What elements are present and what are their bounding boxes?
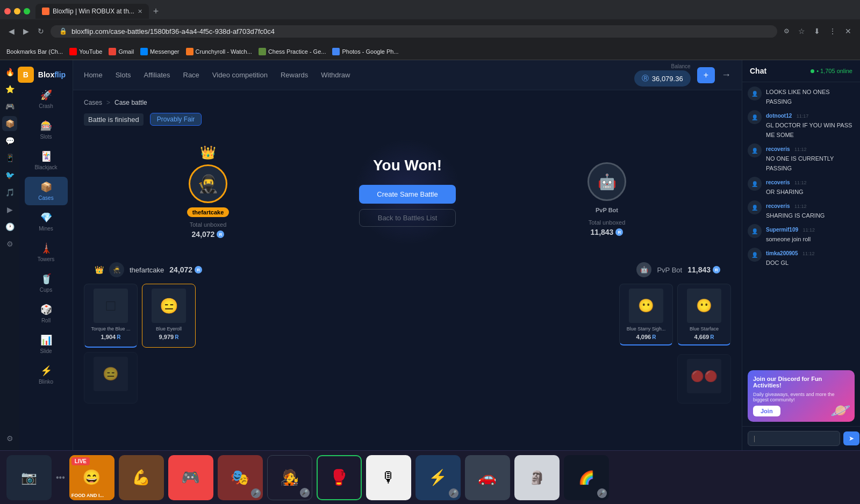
chat-avatar-3: 👤 xyxy=(748,143,762,157)
towers-label: Towers xyxy=(38,256,55,262)
sidebar-icon-active[interactable]: 📦 xyxy=(2,116,17,131)
nav-link-slots[interactable]: Slots xyxy=(116,69,131,81)
back-btn[interactable]: ◀ xyxy=(6,25,17,38)
balance-box: Ⓡ 36,079.36 xyxy=(634,70,691,87)
nav-link-withdraw[interactable]: Withdraw xyxy=(321,69,350,81)
sidebar-icon-2[interactable]: ⭐ xyxy=(2,82,17,97)
nav-link-race[interactable]: Race xyxy=(183,69,199,81)
nav-item-mines[interactable]: 💎 Mines xyxy=(25,207,68,236)
tab-close-btn[interactable]: ✕ xyxy=(138,8,142,15)
blinko-label: Blinko xyxy=(39,379,53,385)
taskbar-more-btn[interactable]: ••• xyxy=(56,473,65,483)
sidebar-icon-9[interactable]: ▶ xyxy=(2,202,17,217)
back-battles-btn[interactable]: Back to Battles List xyxy=(359,209,456,227)
download-btn[interactable]: ⬇ xyxy=(812,25,822,38)
nav-item-towers[interactable]: 🗼 Towers xyxy=(25,238,68,267)
provably-fair-btn[interactable]: Provably Fair xyxy=(150,113,202,126)
nav-item-crash[interactable]: 🚀 Crash xyxy=(25,85,68,113)
create-battle-btn[interactable]: Create Same Battle xyxy=(359,185,456,204)
add-balance-btn[interactable]: + xyxy=(697,67,715,83)
bookmark-messenger[interactable]: Messenger xyxy=(140,48,179,55)
chat-avatar-1: 👤 xyxy=(748,87,762,100)
breadcrumb-cases[interactable]: Cases xyxy=(84,99,102,106)
battle-center: You Won! Create Same Battle Back to Batt… xyxy=(332,134,483,249)
nav-item-blinko[interactable]: ⚡ Blinko xyxy=(25,361,68,389)
taskbar-item-8[interactable]: ⚡ 🎤 xyxy=(415,455,461,500)
sidebar-icon-8[interactable]: 🎵 xyxy=(2,185,17,200)
sidebar-icon-11[interactable]: ⚙ xyxy=(2,236,17,251)
nav-link-rewards[interactable]: Rewards xyxy=(281,69,308,81)
nav-item-roll[interactable]: 🎲 Roll xyxy=(25,299,68,328)
roll-label: Roll xyxy=(41,318,51,323)
nav-item-slots[interactable]: 🎰 Slots xyxy=(25,116,68,144)
sidebar-icon-3[interactable]: 🎮 xyxy=(2,99,17,114)
nav-item-cases[interactable]: 📦 Cases xyxy=(25,177,68,205)
blinko-icon: ⚡ xyxy=(40,365,52,377)
refresh-btn[interactable]: ↻ xyxy=(35,25,46,38)
extensions-btn[interactable]: ⚙ xyxy=(782,25,792,37)
sidebar-icon-settings[interactable]: ⚙ xyxy=(2,431,17,446)
menu-btn[interactable]: ⋮ xyxy=(827,25,838,38)
taskbar-item-2[interactable]: 💪 xyxy=(119,455,164,500)
chat-time-3: 11:12 xyxy=(794,147,807,152)
player2-total-num: 11,843 xyxy=(591,228,614,236)
taskbar-item-6[interactable]: 🥊 xyxy=(317,455,362,500)
sidebar-icon-7[interactable]: 🐦 xyxy=(2,168,17,183)
tab-battle-finished[interactable]: Battle is finished xyxy=(84,113,144,126)
item-val-text-p2-2: 4,669 xyxy=(694,334,710,340)
nav-item-slide[interactable]: 📊 Slide xyxy=(25,330,68,358)
item-name-p1-1: Torque the Blue ... xyxy=(89,326,133,332)
nav-link-home[interactable]: Home xyxy=(84,69,103,81)
balance-value: 36,079.36 xyxy=(652,75,683,83)
taskbar-item-4[interactable]: 🎭 🎤 xyxy=(218,455,263,500)
login-btn[interactable]: → xyxy=(721,69,731,81)
discord-join-btn[interactable]: Join xyxy=(753,406,780,416)
chat-time-6: 11:12 xyxy=(802,227,815,233)
chess-favicon xyxy=(259,48,266,55)
taskbar-item-11[interactable]: 🌈 🎤 xyxy=(564,455,609,500)
window-maximize-btn[interactable] xyxy=(24,8,30,15)
taskbar-item-3[interactable]: 🎮 xyxy=(168,455,213,500)
close-browser-btn[interactable]: ✕ xyxy=(843,25,854,38)
new-tab-btn[interactable]: + xyxy=(153,6,159,17)
sidebar-icon-10[interactable]: 🕐 xyxy=(2,219,17,234)
bookmark-gmail[interactable]: Gmail xyxy=(109,48,134,55)
active-tab[interactable]: Bloxflip | Win ROBUX at th... ✕ xyxy=(35,4,149,19)
url-box[interactable]: 🔒 bloxflip.com/case-battles/1580bf36-a4a… xyxy=(51,25,777,38)
item-name-p2-2: Blue Starface xyxy=(682,326,726,332)
bookmark-photos[interactable]: Photos - Google Ph... xyxy=(332,48,398,55)
nav-item-cups[interactable]: 🥤 Cups xyxy=(25,269,68,297)
sidebar-icon-1[interactable]: 🔥 xyxy=(2,64,17,80)
player2-score: 11,843 R xyxy=(687,265,720,274)
top-nav-right: Balance Ⓡ 36,079.36 + → xyxy=(634,63,731,87)
forward-btn[interactable]: ▶ xyxy=(21,25,31,38)
sidebar-icon-6[interactable]: 📱 xyxy=(2,150,17,165)
taskbar-video-btn[interactable]: 📷 xyxy=(6,455,52,500)
nav-link-video[interactable]: Video competition xyxy=(212,69,268,81)
sidebar-icon-bottom[interactable]: ⚙ xyxy=(2,431,17,446)
bookmark-crunchyroll[interactable]: Crunchyroll - Watch... xyxy=(186,48,252,55)
taskbar-item-1[interactable]: 😄 LIVE FOOD AND I... xyxy=(69,455,114,500)
window-close-btn[interactable] xyxy=(4,8,11,15)
chat-header: Chat • 1,705 online xyxy=(742,60,860,82)
taskbar-item-5[interactable]: 🧑‍🎤 🎤 xyxy=(267,455,312,500)
taskbar-item-7[interactable]: 🎙 xyxy=(366,455,411,500)
cases-label: Cases xyxy=(38,195,53,201)
nav-item-blackjack[interactable]: 🃏 Blackjack xyxy=(25,146,68,175)
player1-side: 👑 🥷 thefartcake Total unboxed 24,072 R xyxy=(84,134,332,249)
nav-link-affiliates[interactable]: Affiliates xyxy=(144,69,170,81)
chat-text-5: SHARING IS CARING xyxy=(766,212,825,219)
window-minimize-btn[interactable] xyxy=(14,8,20,15)
cups-label: Cups xyxy=(40,287,52,293)
chat-send-btn[interactable]: ➤ xyxy=(843,431,859,445)
chat-input[interactable] xyxy=(748,431,840,446)
chat-title: Chat xyxy=(750,67,766,75)
bookmark-btn[interactable]: ☆ xyxy=(796,25,807,38)
bookmark-youtube[interactable]: YouTube xyxy=(69,48,102,55)
bookmark-item[interactable]: Bookmarks Bar (Ch... xyxy=(6,48,63,55)
breadcrumb: Cases > Case battle xyxy=(84,99,731,106)
taskbar-item-10[interactable]: 🗿 xyxy=(514,455,560,500)
taskbar-item-9[interactable]: 🚗 xyxy=(465,455,510,500)
sidebar-icon-5[interactable]: 💬 xyxy=(2,133,17,148)
bookmark-chess[interactable]: Chess Practice - Ge... xyxy=(259,48,326,55)
